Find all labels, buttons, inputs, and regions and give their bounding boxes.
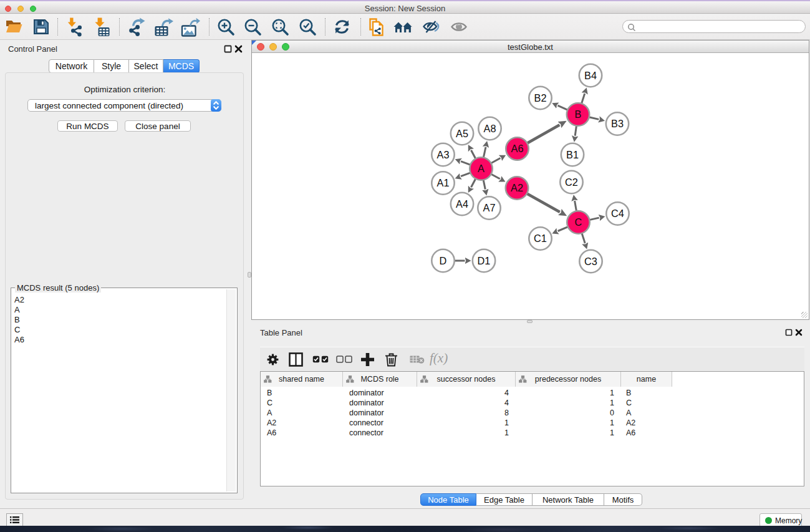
svg-text:A7: A7 <box>483 202 496 213</box>
svg-text:C: C <box>575 216 582 228</box>
svg-text:A4: A4 <box>456 198 468 210</box>
svg-text:A3: A3 <box>437 149 450 160</box>
svg-text:A5: A5 <box>456 128 468 139</box>
svg-text:D1: D1 <box>478 255 491 266</box>
svg-text:C2: C2 <box>565 177 578 188</box>
svg-text:C1: C1 <box>534 233 547 244</box>
svg-text:C4: C4 <box>611 208 624 219</box>
svg-text:B3: B3 <box>611 118 624 129</box>
svg-text:B4: B4 <box>584 70 597 81</box>
svg-text:B2: B2 <box>534 92 547 104</box>
svg-text:D: D <box>440 255 447 266</box>
svg-text:B: B <box>575 109 582 120</box>
svg-text:A1: A1 <box>437 177 450 188</box>
svg-text:A: A <box>478 163 485 174</box>
svg-text:A6: A6 <box>511 143 524 154</box>
svg-text:A8: A8 <box>484 123 496 134</box>
svg-text:B1: B1 <box>566 149 579 160</box>
svg-text:A2: A2 <box>511 182 523 193</box>
svg-text:C3: C3 <box>584 256 597 267</box>
